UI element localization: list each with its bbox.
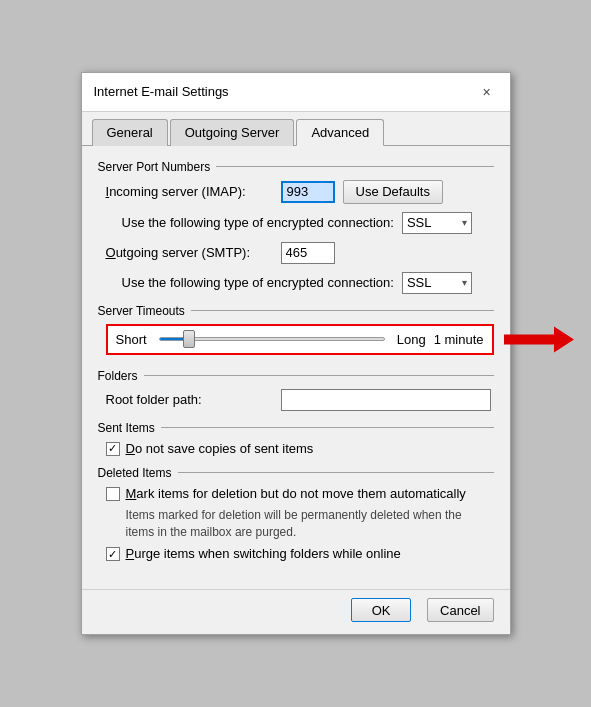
no-copies-checkbox[interactable]: [106, 442, 120, 456]
root-folder-input[interactable]: [281, 389, 491, 411]
internet-email-settings-dialog: Internet E-mail Settings × General Outgo…: [81, 72, 511, 636]
incoming-server-label: Incoming server (IMAP):: [106, 184, 281, 199]
incoming-enc-chevron-icon: ▾: [462, 217, 467, 228]
server-timeouts-section: Server Timeouts Short Long 1 minute: [98, 304, 494, 359]
root-folder-row: Root folder path:: [98, 389, 494, 411]
incoming-enc-dropdown[interactable]: SSL ▾: [402, 212, 472, 234]
incoming-enc-label: Use the following type of encrypted conn…: [122, 215, 394, 230]
outgoing-enc-label: Use the following type of encrypted conn…: [122, 275, 394, 290]
timeout-row: Short Long 1 minute: [106, 324, 494, 355]
incoming-server-input[interactable]: [281, 181, 335, 203]
server-ports-section: Server Port Numbers Incoming server (IMA…: [98, 160, 494, 294]
close-button[interactable]: ×: [476, 81, 498, 103]
timeout-short-label: Short: [116, 332, 147, 347]
use-defaults-button[interactable]: Use Defaults: [343, 180, 443, 204]
tab-general[interactable]: General: [92, 119, 168, 146]
outgoing-enc-value: SSL: [407, 275, 432, 290]
server-ports-title: Server Port Numbers: [98, 160, 494, 174]
folders-title: Folders: [98, 369, 494, 383]
folders-section: Folders Root folder path:: [98, 369, 494, 411]
outgoing-enc-dropdown[interactable]: SSL ▾: [402, 272, 472, 294]
sent-items-title: Sent Items: [98, 421, 494, 435]
deletion-note: Items marked for deletion will be perman…: [98, 507, 494, 541]
sent-items-section: Sent Items Do not save copies of sent it…: [98, 421, 494, 456]
deleted-items-section: Deleted Items Mark items for deletion bu…: [98, 466, 494, 562]
mark-deletion-checkbox[interactable]: [106, 487, 120, 501]
timeout-slider-thumb[interactable]: [183, 330, 195, 348]
purge-row: Purge items when switching folders while…: [98, 546, 494, 561]
dialog-footer: OK Cancel: [82, 589, 510, 634]
no-copies-row: Do not save copies of sent items: [98, 441, 494, 456]
purge-label: Purge items when switching folders while…: [126, 546, 401, 561]
deleted-items-title: Deleted Items: [98, 466, 494, 480]
red-arrow-indicator: [504, 325, 574, 358]
purge-checkbox[interactable]: [106, 547, 120, 561]
incoming-enc-row: Use the following type of encrypted conn…: [98, 212, 494, 234]
no-copies-label: Do not save copies of sent items: [126, 441, 314, 456]
tab-bar: General Outgoing Server Advanced: [82, 112, 510, 146]
title-bar: Internet E-mail Settings ×: [82, 73, 510, 112]
outgoing-server-input[interactable]: [281, 242, 335, 264]
incoming-server-row: Incoming server (IMAP): Use Defaults: [98, 180, 494, 204]
timeout-slider-track: [159, 337, 385, 341]
outgoing-enc-row: Use the following type of encrypted conn…: [98, 272, 494, 294]
ok-button[interactable]: OK: [351, 598, 411, 622]
timeout-value: 1 minute: [434, 332, 484, 347]
cancel-button[interactable]: Cancel: [427, 598, 493, 622]
tab-advanced[interactable]: Advanced: [296, 119, 384, 146]
outgoing-server-row: Outgoing server (SMTP):: [98, 242, 494, 264]
mark-deletion-row: Mark items for deletion but do not move …: [98, 486, 494, 501]
incoming-enc-value: SSL: [407, 215, 432, 230]
mark-deletion-label: Mark items for deletion but do not move …: [126, 486, 466, 501]
outgoing-server-label: Outgoing server (SMTP):: [106, 245, 281, 260]
timeout-long-label: Long: [397, 332, 426, 347]
dialog-title: Internet E-mail Settings: [94, 84, 229, 99]
server-timeouts-title: Server Timeouts: [98, 304, 494, 318]
dialog-content: Server Port Numbers Incoming server (IMA…: [82, 146, 510, 586]
tab-outgoing-server[interactable]: Outgoing Server: [170, 119, 295, 146]
outgoing-enc-chevron-icon: ▾: [462, 277, 467, 288]
root-folder-label: Root folder path:: [106, 392, 281, 407]
svg-marker-0: [504, 327, 574, 353]
